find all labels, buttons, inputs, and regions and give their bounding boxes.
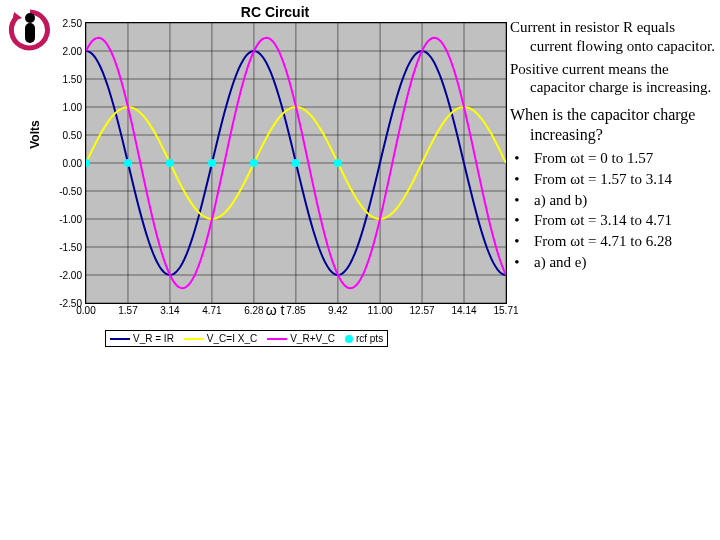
svg-point-31 [334, 159, 342, 167]
legend-item-vr: V_R = IR [110, 333, 174, 344]
option-text: From ωt = 4.71 to 6.28 [534, 232, 672, 251]
option-text: From ωt = 3.14 to 4.71 [534, 211, 672, 230]
question-text: When is the capacitor charge increasing? [510, 105, 715, 145]
bullet-icon: • [510, 170, 524, 189]
legend-swatch-vr [110, 338, 130, 340]
svg-point-29 [250, 159, 258, 167]
legend-item-rcf: rcf pts [345, 333, 383, 344]
svg-rect-2 [25, 23, 35, 43]
legend-swatch-sum [267, 338, 287, 340]
options-list: •From ωt = 0 to 1.57 •From ωt = 1.57 to … [510, 149, 715, 272]
x-axis-label: ω t [45, 302, 505, 318]
chart-title: RC Circuit [45, 4, 505, 20]
bullet-icon: • [510, 211, 524, 230]
list-item: • a) and b) [510, 191, 715, 210]
list-item: •From ωt = 1.57 to 3.14 [510, 170, 715, 189]
legend-label: V_R = IR [133, 333, 174, 344]
svg-point-1 [25, 13, 35, 23]
legend-dot-rcf [345, 335, 353, 343]
plot-area: Volts 2.502.001.501.000.500.00-0.50-1.00… [85, 22, 507, 304]
legend-item-sum: V_R+V_C [267, 333, 335, 344]
paragraph: Positive current means the capacitor cha… [510, 60, 715, 98]
option-text: From ωt = 1.57 to 3.14 [534, 170, 672, 189]
chart-container: RC Circuit Volts 2.502.001.501.000.500.0… [45, 4, 505, 304]
y-axis-ticks: 2.502.001.501.000.500.00-0.50-1.00-1.50-… [50, 23, 82, 303]
list-item: •From ωt = 3.14 to 4.71 [510, 211, 715, 230]
option-text: From ωt = 0 to 1.57 [534, 149, 653, 168]
svg-point-30 [292, 159, 300, 167]
svg-point-25 [86, 159, 90, 167]
legend-label: rcf pts [356, 333, 383, 344]
bullet-icon: • [510, 149, 524, 168]
list-item: •From ωt = 0 to 1.57 [510, 149, 715, 168]
svg-point-28 [208, 159, 216, 167]
list-item: •From ωt = 4.71 to 6.28 [510, 232, 715, 251]
option-text: a) and b) [534, 191, 587, 210]
legend-label: V_R+V_C [290, 333, 335, 344]
text-panel: Current in resistor R equals current flo… [510, 18, 715, 274]
option-text: a) and e) [534, 253, 586, 272]
y-axis-label: Volts [28, 120, 42, 148]
list-item: • a) and e) [510, 253, 715, 272]
svg-point-26 [124, 159, 132, 167]
legend-item-vc: V_C=I X_C [184, 333, 257, 344]
plot-svg [86, 23, 506, 303]
bullet-icon: • [510, 191, 524, 210]
paragraph: Current in resistor R equals current flo… [510, 18, 715, 56]
legend: V_R = IR V_C=I X_C V_R+V_C rcf pts [105, 330, 388, 347]
svg-point-27 [166, 159, 174, 167]
legend-swatch-vc [184, 338, 204, 340]
bullet-icon: • [510, 232, 524, 251]
legend-label: V_C=I X_C [207, 333, 257, 344]
bullet-icon: • [510, 253, 524, 272]
